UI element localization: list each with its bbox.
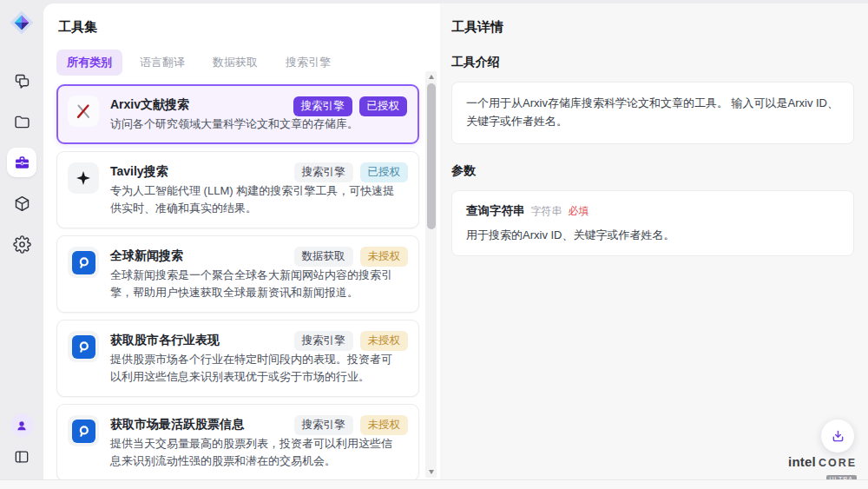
user-avatar-icon xyxy=(15,419,29,433)
tool-card-tavily[interactable]: Tavily搜索 专为人工智能代理 (LLM) 构建的搜索引擎工具，可快速提供实… xyxy=(56,151,419,228)
tool-card-description: 提供当天交易量最高的股票列表，投资者可以利用这些信息来识别流动性强的股票和潜在的… xyxy=(110,435,398,470)
download-icon xyxy=(830,428,846,445)
tool-card-active-stocks[interactable]: 获取市场最活跃股票信息 提供当天交易量最高的股票列表，投资者可以利用这些信息来识… xyxy=(56,404,419,481)
gear-icon xyxy=(13,235,31,254)
tool-card-description: 专为人工智能代理 (LLM) 构建的搜索引擎工具，可快速提供实时、准确和真实的结… xyxy=(110,182,398,217)
blue-q-icon xyxy=(72,420,95,443)
brand-core-text: CORE xyxy=(819,457,857,469)
rail-nav xyxy=(7,66,36,259)
download-button[interactable] xyxy=(821,420,854,453)
tool-icon-wrap xyxy=(68,247,99,278)
toolbox-icon xyxy=(13,154,31,172)
tool-card-global-news[interactable]: 全球新闻搜索 全球新闻搜索是一个聚合全球各大新闻网站内容的搜索引擎，帮助用户快速… xyxy=(56,235,419,313)
tools-list-panel: 工具集 所有类别 语言翻译 数据获取 搜索引擎 Arxiv文献搜索 访问各个研究… xyxy=(43,3,440,479)
app-window: 工具集 所有类别 语言翻译 数据获取 搜索引擎 Arxiv文献搜索 访问各个研究… xyxy=(0,0,868,479)
auth-status-badge: 已授权 xyxy=(360,162,409,182)
tool-icon-wrap xyxy=(68,96,99,127)
tools-panel-title: 工具集 xyxy=(58,19,419,36)
param-type: 字符串 xyxy=(531,204,562,219)
tool-card-arxiv[interactable]: Arxiv文献搜索 访问各个研究领域大量科学论文和文章的存储库。 搜索引擎 已授… xyxy=(56,84,419,144)
brand-intel-text: intel xyxy=(788,454,816,469)
intro-box: 一个用于从Arxiv存储库搜索科学论文和文章的工具。 输入可以是Arxiv ID… xyxy=(451,82,854,144)
arxiv-x-icon xyxy=(74,102,93,121)
sidebar-item-settings[interactable] xyxy=(7,229,36,259)
auth-status-badge: 未授权 xyxy=(360,331,409,351)
cube-icon xyxy=(13,195,31,213)
param-required-badge: 必填 xyxy=(569,204,589,219)
tool-card-description: 提供股票市场各个行业在特定时间段内的表现。投资者可以利用这些信息来识别表现优于或… xyxy=(110,351,398,386)
param-card: 查询字符串 字符串 必填 用于搜索的Arxiv ID、关键字或作者姓名。 xyxy=(451,190,854,257)
scroll-down-arrow[interactable] xyxy=(429,470,434,474)
detail-panel-title: 工具详情 xyxy=(451,19,854,36)
collapse-sidebar-button[interactable] xyxy=(10,445,34,469)
category-badge: 数据获取 xyxy=(294,247,353,267)
blue-q-icon xyxy=(72,251,95,274)
auth-status-badge: 已授权 xyxy=(359,96,408,116)
sidebar-item-files[interactable] xyxy=(7,107,36,136)
list-scrollbar[interactable] xyxy=(425,71,437,478)
tool-icon-wrap xyxy=(68,331,99,362)
param-name: 查询字符串 xyxy=(466,203,525,219)
sidebar-item-chat[interactable] xyxy=(7,66,36,96)
auth-status-badge: 未授权 xyxy=(360,415,409,435)
category-badge: 搜索引擎 xyxy=(294,331,353,351)
app-logo-icon xyxy=(10,10,34,35)
scroll-up-arrow[interactable] xyxy=(429,75,434,79)
scrollbar-thumb[interactable] xyxy=(427,83,436,229)
folder-icon xyxy=(13,113,31,131)
category-badge: 搜索引擎 xyxy=(294,415,353,435)
tool-card-description: 访问各个研究领域大量科学论文和文章的存储库。 xyxy=(110,116,398,133)
panel-toggle-icon xyxy=(13,448,30,466)
user-avatar[interactable] xyxy=(10,413,34,437)
sidebar-item-models[interactable] xyxy=(7,188,36,218)
params-heading: 参数 xyxy=(451,163,854,179)
rail-bottom xyxy=(10,413,34,469)
intro-heading: 工具介绍 xyxy=(451,55,854,70)
tab-language-translation[interactable]: 语言翻译 xyxy=(129,50,195,76)
sidebar-rail xyxy=(0,0,43,479)
tab-search-engine[interactable]: 搜索引擎 xyxy=(275,50,341,76)
auth-status-badge: 未授权 xyxy=(360,247,409,267)
tool-detail-panel: 工具详情 工具介绍 一个用于从Arxiv存储库搜索科学论文和文章的工具。 输入可… xyxy=(440,3,868,479)
blue-q-icon xyxy=(72,335,95,359)
tool-card-sector-performance[interactable]: 获取股市各行业表现 提供股票市场各个行业在特定时间段内的表现。投资者可以利用这些… xyxy=(56,320,419,397)
tool-icon-wrap xyxy=(68,415,99,446)
tool-card-description: 全球新闻搜索是一个聚合全球各大新闻网站内容的搜索引擎，帮助用户快速获取全球最新资… xyxy=(110,267,398,301)
tab-all-categories[interactable]: 所有类别 xyxy=(56,50,122,76)
intro-text: 一个用于从Arxiv存储库搜索科学论文和文章的工具。 输入可以是Arxiv ID… xyxy=(466,95,839,131)
sidebar-item-toolbox[interactable] xyxy=(7,148,36,177)
category-badge: 搜索引擎 xyxy=(293,96,352,116)
four-point-star-icon xyxy=(75,169,92,187)
tab-data-acquisition[interactable]: 数据获取 xyxy=(202,50,268,76)
param-description: 用于搜索的Arxiv ID、关键字或作者姓名。 xyxy=(466,227,839,244)
category-tabs: 所有类别 语言翻译 数据获取 搜索引擎 xyxy=(56,50,419,76)
category-badge: 搜索引擎 xyxy=(294,162,353,182)
tool-icon-wrap xyxy=(68,162,99,194)
chat-icon xyxy=(13,72,31,90)
tool-card-list: Arxiv文献搜索 访问各个研究领域大量科学论文和文章的存储库。 搜索引擎 已授… xyxy=(56,84,419,489)
window-bottom-strip xyxy=(0,479,868,489)
